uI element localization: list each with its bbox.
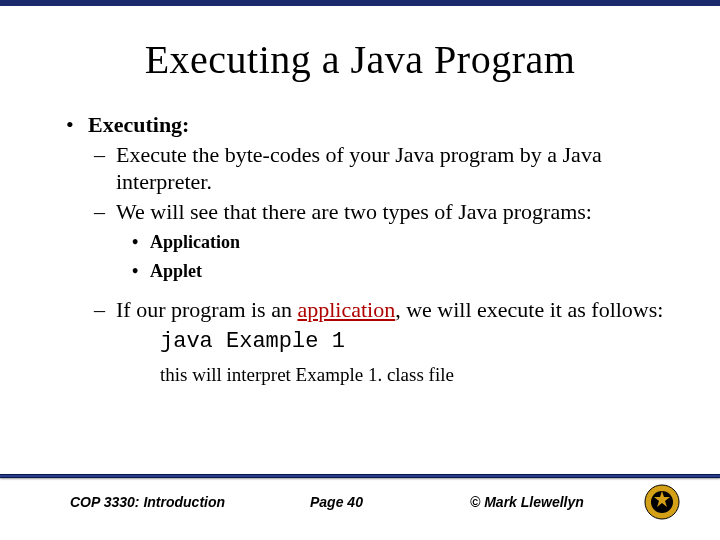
command-line: java Example 1 [60,328,670,356]
bullet-level-2: Execute the byte-codes of your Java prog… [60,141,670,196]
bullet-level-2: We will see that there are two types of … [60,198,670,226]
top-border-bar [0,0,720,6]
note-text: this will interpret Example 1. class fil… [60,363,670,387]
bullet-label-executing: Executing: [88,112,189,137]
slide: Executing a Java Program Executing: Exec… [0,0,720,540]
slide-footer: COP 3330: Introduction Page 40 © Mark Ll… [0,474,720,520]
footer-course: COP 3330: Introduction [70,494,310,510]
slide-title: Executing a Java Program [0,36,720,83]
bullet-level-3-application: Application [60,231,670,254]
bullet-level-1: Executing: [60,111,670,139]
bullet-level-3-applet: Applet [60,260,670,283]
footer-author: © Mark Llewellyn [470,494,644,510]
footer-page: Page 40 [310,494,470,510]
slide-body: Executing: Execute the byte-codes of you… [0,111,720,387]
text-frag: , we will execute it as follows: [395,297,663,322]
footer-row: COP 3330: Introduction Page 40 © Mark Ll… [0,478,720,520]
text-frag: If our program is an [116,297,297,322]
highlight-application: application [297,297,395,322]
ucf-logo-icon [644,484,680,520]
bullet-level-2: If our program is an application, we wil… [60,296,670,324]
